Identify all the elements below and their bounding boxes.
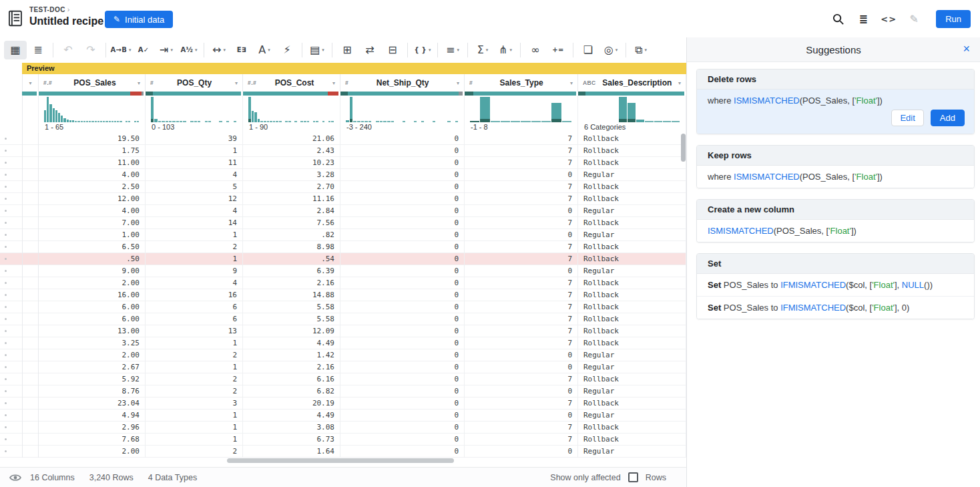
row-select-cell[interactable] — [22, 325, 39, 337]
cell-pos_qty[interactable]: 16 — [146, 289, 243, 301]
list-view-button[interactable]: ≣ — [27, 41, 49, 59]
row-gutter[interactable] — [0, 217, 22, 228]
row-gutter[interactable] — [0, 301, 22, 313]
unpivot-button[interactable]: ⊞ — [336, 41, 358, 59]
row-gutter[interactable] — [0, 349, 22, 361]
cell-sales_description[interactable]: Regular — [578, 265, 686, 277]
cell-pos_sales[interactable]: 19.50 — [39, 133, 146, 145]
cell-pos_cost[interactable]: 6.39 — [243, 265, 340, 277]
cell-net_ship_qty[interactable]: 0 — [340, 446, 465, 458]
cell-sales_type[interactable]: 0 — [465, 169, 578, 181]
cell-net_ship_qty[interactable]: 0 — [340, 133, 465, 145]
split-column-button[interactable]: ↔▾ — [208, 41, 230, 59]
cell-pos_cost[interactable]: 21.06 — [243, 133, 340, 145]
cell-sales_description[interactable]: Regular — [578, 205, 686, 217]
cell-sales_description[interactable]: Regular — [578, 229, 686, 241]
union-button[interactable]: ∞ — [524, 41, 547, 59]
suggestion-formula[interactable]: Set POS_Sales to IFMISMATCHED($col, ['Fl… — [697, 274, 974, 296]
suggestion-formula[interactable]: where ISMISMATCHED(POS_Sales, ['Float']) — [697, 166, 974, 188]
cell-pos_sales[interactable]: 1.75 — [39, 145, 146, 157]
cell-pos_qty[interactable]: 1 — [146, 229, 243, 241]
cell-pos_cost[interactable]: .82 — [243, 229, 340, 241]
row-select-cell[interactable] — [22, 169, 39, 181]
cell-pos_cost[interactable]: 5.58 — [243, 313, 340, 325]
cell-pos_sales[interactable]: 12.00 — [39, 193, 146, 205]
cell-pos_cost[interactable]: 6.82 — [243, 385, 340, 397]
row-gutter[interactable] — [0, 193, 22, 204]
cell-pos_qty[interactable]: 2 — [146, 446, 243, 458]
row-select-cell[interactable] — [22, 410, 39, 422]
row-select-cell[interactable] — [22, 434, 39, 446]
column-header-pos_cost[interactable]: #.#POS_Cost▾ — [243, 74, 340, 92]
run-button[interactable]: Run — [936, 10, 971, 28]
row-gutter[interactable] — [0, 289, 22, 301]
row-gutter[interactable] — [0, 313, 22, 325]
row-gutter[interactable] — [0, 337, 22, 349]
cell-pos_sales[interactable]: 7.00 — [39, 217, 146, 229]
histogram-sales_type[interactable]: -1 - 8 — [465, 96, 578, 133]
cell-pos_cost[interactable]: 8.98 — [243, 241, 340, 253]
cell-net_ship_qty[interactable]: 0 — [340, 337, 465, 349]
cell-net_ship_qty[interactable]: 0 — [340, 301, 465, 313]
cell-sales_description[interactable]: Rollback — [578, 373, 686, 385]
cell-sales_type[interactable]: 7 — [465, 325, 578, 337]
cell-pos_sales[interactable]: 23.04 — [39, 397, 146, 410]
cell-sales_type[interactable]: 0 — [465, 446, 578, 458]
cell-sales_type[interactable]: 0 — [465, 205, 578, 217]
row-operations-button[interactable]: ▤▾ — [306, 41, 328, 59]
append-rows-button[interactable]: += — [547, 41, 569, 59]
breadcrumb-project[interactable]: TEST-DOC — [29, 6, 65, 13]
row-select-cell[interactable] — [22, 349, 39, 361]
breadcrumb[interactable]: TEST-DOC› — [29, 5, 70, 13]
cell-pos_cost[interactable]: 7.56 — [243, 217, 340, 229]
pivot-button[interactable]: ⊟ — [381, 41, 404, 59]
cell-sales_description[interactable]: Rollback — [578, 241, 686, 253]
cell-sales_description[interactable]: Rollback — [578, 325, 686, 337]
cell-pos_cost[interactable]: 10.23 — [243, 157, 340, 169]
cell-pos_sales[interactable]: 1.00 — [39, 229, 146, 241]
cell-pos_cost[interactable]: 2.16 — [243, 361, 340, 373]
cell-sales_type[interactable]: 7 — [465, 277, 578, 289]
column-menu-chevron-icon[interactable]: ▾ — [457, 80, 459, 86]
filter-rows-button[interactable]: ≡▾ — [441, 41, 464, 59]
row-select-cell[interactable] — [22, 446, 39, 458]
column-menu-chevron-icon[interactable]: ▾ — [235, 80, 238, 86]
cell-net_ship_qty[interactable]: 0 — [340, 229, 465, 241]
column-menu-chevron-icon[interactable]: ▾ — [570, 80, 573, 86]
cell-pos_cost[interactable]: 1.64 — [243, 446, 340, 458]
cell-sales_description[interactable]: Regular — [578, 169, 686, 181]
row-gutter[interactable] — [0, 385, 22, 397]
cell-sales_description[interactable]: Rollback — [578, 289, 686, 301]
cell-pos_sales[interactable]: 2.67 — [39, 361, 146, 373]
column-header-sales_type[interactable]: #Sales_Type▾ — [465, 74, 578, 92]
cell-sales_description[interactable]: Regular — [578, 361, 686, 373]
row-select-cell[interactable] — [22, 385, 39, 397]
number-format-button[interactable]: A½▾ — [178, 41, 200, 59]
eyedropper-icon[interactable]: ✎ — [907, 11, 921, 27]
merge-columns-button[interactable]: E∃ — [230, 41, 253, 59]
cell-sales_type[interactable]: 0 — [465, 410, 578, 422]
cell-sales_type[interactable]: 7 — [465, 193, 578, 205]
row-gutter[interactable] — [0, 277, 22, 289]
cell-sales_type[interactable]: 7 — [465, 313, 578, 325]
cell-net_ship_qty[interactable]: 0 — [340, 325, 465, 337]
cell-pos_cost[interactable]: 6.73 — [243, 434, 340, 446]
row-select-cell[interactable] — [22, 397, 39, 410]
eye-icon[interactable] — [9, 474, 21, 482]
cell-sales_type[interactable]: 7 — [465, 289, 578, 301]
cell-pos_qty[interactable]: 4 — [146, 205, 243, 217]
cell-pos_sales[interactable]: 3.25 — [39, 337, 146, 349]
cell-sales_description[interactable]: Regular — [578, 385, 686, 397]
row-gutter[interactable] — [0, 434, 22, 445]
cell-net_ship_qty[interactable]: 0 — [340, 277, 465, 289]
row-gutter[interactable] — [0, 373, 22, 385]
cell-sales_type[interactable]: 7 — [465, 422, 578, 434]
cell-pos_qty[interactable]: 2 — [146, 373, 243, 385]
close-icon[interactable]: × — [960, 41, 973, 57]
cell-sales_type[interactable]: 0 — [465, 385, 578, 397]
column-header-net_ship_qty[interactable]: #Net_Ship_Qty▾ — [340, 74, 465, 92]
cell-pos_cost[interactable]: 2.16 — [243, 277, 340, 289]
cell-pos_cost[interactable]: 14.88 — [243, 289, 340, 301]
cell-net_ship_qty[interactable]: 0 — [340, 217, 465, 229]
cell-sales_type[interactable]: 7 — [465, 181, 578, 193]
